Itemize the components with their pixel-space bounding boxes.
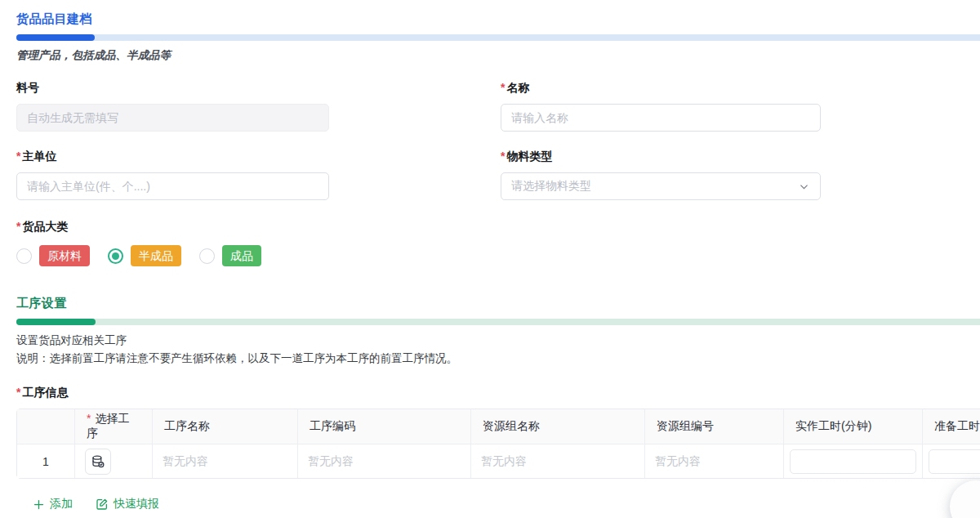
radio-option-raw-material[interactable]: 原材料 [16,245,90,266]
actual-minutes-input[interactable] [790,449,916,474]
radio-option-finished[interactable]: 成品 [199,245,261,266]
quick-fill-button[interactable]: 快速填报 [96,497,159,511]
field-material-type: 物料类型 请选择物料类型 [501,150,821,200]
table-row: 1 暂无内容 暂无内容 暂无内容 [17,444,980,478]
radio-option-semi-finished[interactable]: 半成品 [108,245,181,266]
material-no-input[interactable] [16,104,329,132]
material-type-label: 物料类型 [501,150,821,164]
required-asterisk: * [87,412,91,425]
process-progress-track [16,319,980,325]
col-resource-group-name: 资源组名称 [470,409,644,444]
process-section-note: 说明：选择前置工序请注意不要产生循环依赖，以及下一道工序为本工序的前置工序情况。 [16,350,980,368]
main-unit-input[interactable] [16,172,329,200]
material-type-select[interactable]: 请选择物料类型 [501,172,821,200]
edit-box-icon [96,498,109,511]
section-title-product: 货品品目建档 [16,11,980,27]
table-header-row: *选择工序 工序名称 工序编码 资源组名称 资源组编号 实作工时(分钟) 准备工… [17,409,980,444]
col-row-index [17,409,74,444]
name-label: 名称 [501,81,821,96]
chevron-down-icon [798,181,810,193]
field-name: 名称 [501,81,821,132]
col-prepare-minutes: 准备工时(分钟) [922,409,980,444]
radio-circle-raw-material[interactable] [16,248,32,264]
process-progress-fill [16,319,96,325]
col-select-process: *选择工序 [74,409,152,444]
name-input[interactable] [501,104,821,132]
process-table-label: 工序信息 [16,386,980,400]
section-title-process: 工序设置 [16,296,980,311]
main-unit-label: 主单位 [16,150,329,164]
process-code-cell: 暂无内容 [297,444,470,478]
col-resource-group-code: 资源组编号 [644,409,783,444]
field-main-unit: 主单位 [16,150,329,200]
radio-circle-finished[interactable] [199,248,215,264]
material-type-placeholder: 请选择物料类型 [511,179,591,194]
database-check-icon [91,454,105,469]
table-footer-actions: 添加 快速填报 [33,497,980,511]
material-no-label: 料号 [16,81,329,96]
product-item-form-page: 货品品目建档 管理产品，包括成品、半成品等 料号 名称 主单位 物料类型 请选择… [0,0,980,518]
col-process-name: 工序名称 [152,409,297,444]
resource-group-name-cell: 暂无内容 [470,444,644,478]
plus-icon [33,498,45,511]
field-category: 货品大类 原材料 半成品 成品 [16,220,980,266]
add-row-button[interactable]: 添加 [33,497,73,511]
badge-raw-material: 原材料 [39,245,90,266]
row-index-cell: 1 [17,444,74,478]
quick-fill-label: 快速填报 [114,497,159,511]
field-material-no: 料号 [16,81,329,132]
category-label: 货品大类 [16,220,980,234]
badge-semi-finished: 半成品 [131,245,181,266]
select-process-button[interactable] [85,449,111,475]
resource-group-code-cell: 暂无内容 [644,444,783,478]
process-name-cell: 暂无内容 [152,444,297,478]
floating-action-button[interactable] [950,480,980,518]
add-row-label: 添加 [50,497,73,511]
col-process-code: 工序编码 [297,409,470,444]
radio-circle-semi-finished[interactable] [108,248,123,264]
category-radio-group: 原材料 半成品 成品 [16,245,980,266]
col-actual-minutes: 实作工时(分钟) [783,409,922,444]
product-progress-track [16,34,980,41]
process-section-desc: 设置货品对应相关工序 [16,332,980,350]
badge-finished: 成品 [222,245,261,266]
product-progress-fill [16,34,95,41]
product-section-subtitle: 管理产品，包括成品、半成品等 [16,48,980,63]
process-table: *选择工序 工序名称 工序编码 资源组名称 资源组编号 实作工时(分钟) 准备工… [16,409,980,479]
prepare-minutes-input[interactable] [929,449,980,474]
